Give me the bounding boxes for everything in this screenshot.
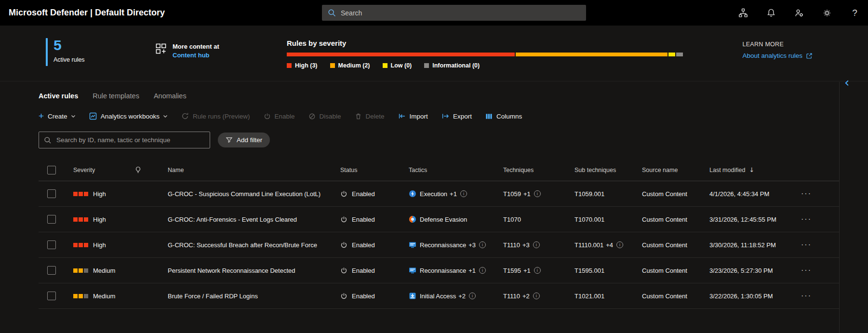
enable-button[interactable]: Enable [264,113,295,120]
tab-rule-templates[interactable]: Rule templates [93,92,139,100]
row-more-button[interactable]: ··· [796,189,812,198]
legend-informational: Informational (0) [424,62,480,69]
main-content: Active rules Rule templates Anomalies + … [0,92,839,309]
col-tactics[interactable]: Tactics [409,167,503,173]
search-icon [328,9,336,17]
row-more-button[interactable]: ··· [796,240,812,249]
import-arrow-icon [398,112,406,120]
table-row[interactable]: Medium Persistent Network Reconnaissance… [39,258,839,283]
help-icon[interactable]: ? [844,2,865,23]
notifications-bell-icon[interactable] [761,2,781,23]
row-checkbox[interactable] [47,240,56,249]
workbook-icon [89,112,97,120]
disable-button[interactable]: Disable [308,113,341,120]
col-last-modified[interactable]: Last modified ↓ [709,166,796,173]
col-severity[interactable]: Severity [73,167,95,173]
row-checkbox[interactable] [47,266,56,275]
power-icon [340,216,347,223]
col-name[interactable]: Name [168,167,340,173]
sort-descending-icon: ↓ [749,166,754,173]
tab-anomalies[interactable]: Anomalies [154,92,187,100]
col-techniques[interactable]: Techniques [503,167,574,173]
row-more-button[interactable]: ··· [796,215,812,224]
topbar-icons: ? [733,0,865,26]
source-name: Custom Content [642,190,687,198]
row-more-button[interactable]: ··· [796,266,812,275]
filter-funnel-icon [226,136,233,144]
collapse-pane-chevron[interactable]: ‹ [844,76,849,89]
global-search-box[interactable]: Search [322,5,586,21]
info-icon[interactable]: i [479,267,486,274]
col-status[interactable]: Status [340,167,409,173]
legend-low: Low (0) [383,62,412,69]
rule-runs-button[interactable]: Rule runs (Preview) [181,112,250,120]
power-icon [340,267,347,274]
severity-title: Rules by severity [287,39,683,47]
import-button[interactable]: Import [398,112,428,120]
learn-more-label: LEARN MORE [742,41,813,48]
rule-name: G-CROC - Suspicious Command Line Executi… [168,190,320,198]
severity-indicator [73,192,88,196]
add-filter-button[interactable]: Add filter [218,133,270,147]
row-more-button[interactable]: ··· [796,292,812,300]
info-icon[interactable]: i [534,267,541,274]
plus-icon: + [39,113,44,120]
rule-search-placeholder: Search by ID, name, tactic or technique [56,136,170,144]
filter-row: Search by ID, name, tactic or technique … [39,132,839,148]
table-row[interactable]: High G-CROC: Successful Breach after Rec… [39,232,839,258]
lightbulb-icon[interactable] [134,166,142,173]
delete-button[interactable]: Delete [355,113,385,120]
stat-accent-bar [46,38,48,66]
execution-tactic-icon [409,190,416,198]
sub-technique-id: T1070.001 [574,216,604,223]
info-icon[interactable]: i [460,190,467,197]
tactic-label: Initial Access [420,293,456,300]
tactic-label: Reconnaissance [420,267,466,274]
table-row[interactable]: High G-CROC: Anti-Forensics - Event Logs… [39,207,839,232]
export-button[interactable]: Export [441,112,472,120]
command-bar: + Create Analytics workbooks [39,112,839,120]
table-row[interactable]: Medium Brute Force / Failed RDP Logins E… [39,283,839,309]
info-icon[interactable]: i [616,241,623,248]
info-icon[interactable]: i [533,293,540,299]
info-icon[interactable]: i [533,241,540,248]
tactic-label: Reconnaissance [420,241,466,249]
tactic-extra-count: +1 [468,267,476,274]
table-body: High G-CROC - Suspicious Command Line Ex… [39,181,839,309]
power-icon [264,113,271,120]
info-icon[interactable]: i [469,293,476,299]
info-icon[interactable]: i [479,241,486,248]
columns-button[interactable]: Columns [485,113,522,120]
sub-technique-extra-count: +4 [606,241,613,249]
row-checkbox[interactable] [47,215,56,224]
account-settings-icon[interactable] [788,2,809,23]
info-icon[interactable]: i [534,190,541,197]
rule-search-input[interactable]: Search by ID, name, tactic or technique [39,132,210,148]
select-all-checkbox[interactable] [47,166,56,174]
technique-id: T1110 [503,293,520,300]
settings-gear-icon[interactable] [816,2,837,23]
org-sitemap-icon[interactable] [733,2,753,23]
reconnaissance-tactic-icon [409,241,416,249]
active-rules-stat: 5 Active rules [46,38,85,66]
block-icon [308,113,316,120]
table-header: Severity Name Status Tactics Techniques … [39,159,839,181]
table-row[interactable]: High G-CROC - Suspicious Command Line Ex… [39,181,839,207]
col-sub-techniques[interactable]: Sub techniques [574,167,642,173]
create-button[interactable]: + Create [39,113,76,120]
content-hub-text: More content at [173,43,219,50]
analytics-workbooks-button[interactable]: Analytics workbooks [89,112,168,120]
severity-label: High [93,216,106,223]
tactic-extra-count: +3 [468,241,476,249]
row-checkbox[interactable] [47,292,56,300]
content-hub-link[interactable]: Content hub [173,52,219,59]
about-analytics-rules-link[interactable]: About analytics rules [742,52,813,59]
technique-id: T1110 [503,241,520,249]
col-source-name[interactable]: Source name [642,167,709,173]
row-checkbox[interactable] [47,189,56,198]
chevron-down-icon [71,114,76,119]
rules-by-severity: Rules by severity High (3)Medium (2)Low … [287,39,683,69]
legend-medium: Medium (2) [330,62,370,69]
tab-active-rules[interactable]: Active rules [39,92,78,100]
sub-technique-id: T1021.001 [574,293,604,300]
